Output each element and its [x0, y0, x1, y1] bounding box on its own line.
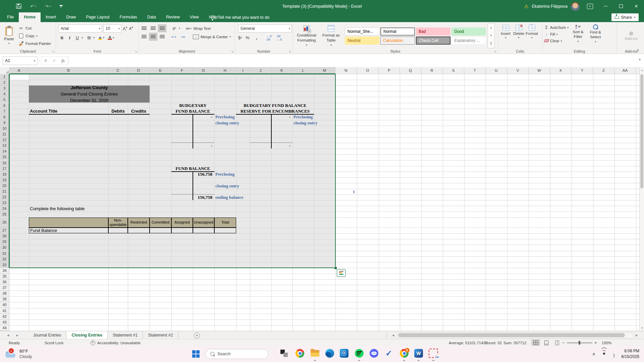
- chrome-profile-button[interactable]: E: [397, 347, 411, 360]
- row-header-9[interactable]: 9: [0, 120, 9, 126]
- align-left-button[interactable]: [140, 33, 148, 41]
- column-header-Z[interactable]: Z: [593, 67, 614, 74]
- cell-H8[interactable]: Preclosing: [214, 114, 250, 120]
- sheet-tab-journal-entries[interactable]: Journal Entries: [28, 331, 66, 339]
- customize-qat-button[interactable]: ▬▾: [60, 4, 63, 8]
- row-header-43[interactable]: 43: [0, 319, 9, 325]
- notification-warning-icon[interactable]: ⚠: [524, 3, 528, 9]
- cell-F17[interactable]: FUND BALANCE: [171, 166, 214, 172]
- redo-button[interactable]: ↷▾: [45, 4, 51, 9]
- row-header-5[interactable]: 5: [0, 97, 9, 103]
- row-header-10[interactable]: 10: [0, 126, 9, 131]
- undo-button[interactable]: ↶▾: [30, 4, 36, 9]
- format-painter-button[interactable]: Format Painter: [17, 40, 52, 48]
- zoom-slider-thumb[interactable]: [579, 341, 580, 345]
- zoom-out-button[interactable]: −: [562, 339, 565, 346]
- cell-G13[interactable]: -: [193, 143, 214, 148]
- row-header-11[interactable]: 11: [0, 131, 9, 137]
- top-align-button[interactable]: [140, 24, 148, 32]
- clear-button[interactable]: Clear▾: [543, 38, 569, 44]
- formula-input[interactable]: [69, 56, 634, 64]
- hscroll-right-icon[interactable]: ▶: [633, 331, 640, 339]
- row-header-4[interactable]: 4: [0, 91, 9, 97]
- collapse-ribbon-button[interactable]: ∧: [637, 48, 639, 52]
- row-header-19[interactable]: 19: [0, 177, 9, 183]
- cell-G26[interactable]: Unassigned: [193, 218, 214, 228]
- orientation-button[interactable]: ab: [170, 24, 178, 32]
- edge-button[interactable]: [323, 347, 336, 360]
- discord-button[interactable]: [367, 347, 381, 360]
- scroll-up-icon[interactable]: ▲: [640, 67, 644, 73]
- row-header-35[interactable]: 35: [0, 274, 9, 279]
- align-center-button[interactable]: [149, 33, 157, 41]
- font-color-caret-icon[interactable]: ▾: [113, 36, 114, 39]
- cell-H20[interactable]: closing entry: [214, 183, 250, 189]
- column-header-H[interactable]: H: [214, 67, 236, 74]
- chrome-button[interactable]: [293, 347, 307, 360]
- confirm-entry-button[interactable]: ✓: [50, 58, 59, 63]
- column-header-U[interactable]: U: [486, 67, 507, 74]
- row-header-28[interactable]: 28: [0, 233, 9, 239]
- borders-caret-icon[interactable]: ▾: [93, 36, 95, 39]
- menu-tab-insert[interactable]: Insert: [41, 12, 61, 22]
- row-header-38[interactable]: 38: [0, 291, 9, 296]
- row-header-33[interactable]: 33: [0, 262, 9, 268]
- increase-decimal-button[interactable]: ←.0.00: [265, 35, 273, 41]
- menu-tab-formulas[interactable]: Formulas: [115, 12, 142, 22]
- percent-format-button[interactable]: %: [244, 34, 251, 41]
- column-header-X[interactable]: X: [550, 67, 572, 74]
- paste-button[interactable]: Paste ▾: [1, 23, 17, 48]
- row-header-8[interactable]: 8: [0, 114, 9, 120]
- cell-G22[interactable]: 156,758: [193, 194, 214, 200]
- addins-button[interactable]: Add-ins: [623, 23, 639, 48]
- column-header-F[interactable]: F: [171, 67, 193, 74]
- insert-cells-button[interactable]: Insert▾: [499, 23, 512, 48]
- vertical-scroll-thumb[interactable]: [640, 74, 643, 188]
- column-header-V[interactable]: V: [507, 67, 529, 74]
- menu-tab-page-layout[interactable]: Page Layout: [81, 12, 114, 22]
- cell-B7[interactable]: Account Title: [29, 109, 108, 114]
- align-right-button[interactable]: [158, 33, 166, 41]
- sheet-nav-right-icon[interactable]: ▶: [14, 331, 21, 339]
- todo-button[interactable]: ✓: [382, 347, 395, 360]
- row-header-2[interactable]: 2: [0, 80, 9, 85]
- copy-button[interactable]: Copy▾: [17, 32, 52, 40]
- underline-button[interactable]: U: [74, 34, 81, 41]
- column-header-T[interactable]: T: [464, 67, 486, 74]
- sheet-nav-left-icon[interactable]: ◀: [5, 331, 11, 339]
- page-layout-view-button[interactable]: [542, 339, 551, 346]
- font-color-button[interactable]: A: [108, 36, 112, 40]
- row-header-37[interactable]: 37: [0, 285, 9, 291]
- cell-G18[interactable]: 156,758: [193, 172, 214, 177]
- menu-tab-view[interactable]: View: [185, 12, 204, 22]
- cell-D26[interactable]: Restricted: [128, 218, 150, 228]
- scroll-down-icon[interactable]: ▼: [640, 325, 644, 331]
- format-as-table-button[interactable]: Format as Table ▾: [319, 23, 343, 48]
- accounting-format-button[interactable]: $ ▾: [238, 34, 242, 41]
- cell-B27[interactable]: Fund Balance: [29, 228, 108, 233]
- fill-color-caret-icon[interactable]: ▾: [103, 36, 104, 39]
- clock[interactable]: 8:08 PM 6/15/2025: [622, 348, 639, 360]
- cell-B26[interactable]: [29, 218, 108, 228]
- cell-B24[interactable]: Complete the following table: [29, 206, 108, 212]
- row-header-41[interactable]: 41: [0, 308, 9, 314]
- style-chip-good[interactable]: Good: [451, 27, 486, 36]
- style-chip-calculation[interactable]: Calculation: [380, 37, 415, 45]
- column-header-W[interactable]: W: [529, 67, 550, 74]
- column-header-G[interactable]: G: [193, 67, 214, 74]
- row-header-23[interactable]: 23: [0, 200, 9, 206]
- expand-formula-bar-icon[interactable]: ▼: [638, 58, 641, 61]
- cell-C26[interactable]: Non- spendable: [108, 218, 128, 228]
- fill-handle[interactable]: [334, 266, 337, 269]
- ribbon-display-options-button[interactable]: ∧: [587, 4, 593, 9]
- row-header-32[interactable]: 32: [0, 256, 9, 262]
- column-header-N[interactable]: N: [335, 67, 357, 74]
- insert-function-button[interactable]: fx: [59, 58, 67, 63]
- menu-tab-draw[interactable]: Draw: [61, 12, 81, 22]
- cell-L8[interactable]: Preclosing: [292, 114, 335, 120]
- column-header-R[interactable]: R: [421, 67, 443, 74]
- decrease-font-size-button[interactable]: A▼: [129, 26, 133, 31]
- row-header-1[interactable]: 1: [0, 74, 9, 80]
- underline-caret-icon[interactable]: ▾: [82, 36, 83, 39]
- minimize-button[interactable]: [598, 0, 613, 12]
